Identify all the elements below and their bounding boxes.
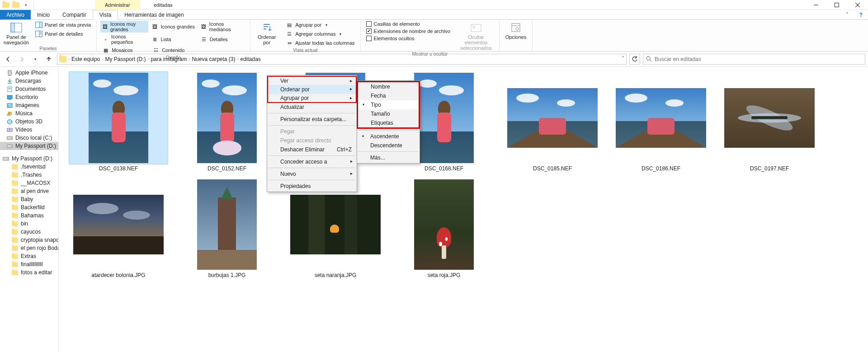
sidebar-folder-bin[interactable]: bin bbox=[0, 220, 58, 228]
refresh-button[interactable] bbox=[629, 54, 640, 65]
sort-option-nombre[interactable]: Nombre bbox=[358, 82, 419, 91]
sidebar-item-im-genes[interactable]: Imágenes bbox=[0, 101, 58, 109]
elementos-ocultos-checkbox[interactable]: Elementos ocultos bbox=[364, 35, 452, 42]
layout-contenido[interactable]: ☷Contenido bbox=[151, 46, 200, 54]
chevron-right-icon[interactable]: › bbox=[237, 57, 239, 61]
file-item[interactable]: seta naranja.JPG bbox=[282, 178, 389, 278]
tab-inicio[interactable]: Inicio bbox=[31, 10, 56, 19]
sidebar-folder-bahamas[interactable]: Bahamas bbox=[0, 211, 58, 220]
tab-archivo[interactable]: Archivo bbox=[0, 10, 31, 19]
sidebar-folder-cryptopia-snapchat[interactable]: cryptopia snapchat bbox=[0, 236, 58, 244]
opciones-button[interactable]: Opciones bbox=[503, 21, 528, 40]
file-item[interactable]: DSC_0186.NEF bbox=[608, 71, 714, 172]
layout-detalles[interactable]: ☰Detalles bbox=[198, 33, 246, 45]
sidebar-folder-cayucos[interactable]: cayucos bbox=[0, 228, 58, 236]
sidebar-folder-backerfild[interactable]: Backerfild bbox=[0, 203, 58, 211]
sidebar-folder-extras[interactable]: Extras bbox=[0, 252, 58, 260]
sort-option-tipo[interactable]: Tipo bbox=[358, 100, 419, 109]
recent-locations-button[interactable]: ▾ bbox=[30, 54, 41, 65]
breadcrumb-bar[interactable]: › Este equipo› My Passport (D:)› para in… bbox=[57, 54, 627, 65]
sidebar-drive-header[interactable]: My Passport (D:) bbox=[0, 155, 58, 163]
tab-compartir[interactable]: Compartir bbox=[56, 10, 93, 19]
sort-option-fecha[interactable]: Fecha bbox=[358, 91, 419, 100]
breadcrumb-item[interactable]: Nueva carpeta (3) bbox=[192, 56, 235, 62]
sidebar-item-my-passport-d-[interactable]: My Passport (D:) bbox=[0, 142, 58, 150]
menu-item-ordenar-por[interactable]: Ordenar por bbox=[267, 85, 357, 94]
close-button[interactable] bbox=[847, 0, 868, 10]
layout-lista[interactable]: ≣Lista bbox=[149, 33, 197, 45]
ribbon-collapse-button[interactable]: ˄ bbox=[840, 10, 854, 19]
breadcrumb-item[interactable]: Este equipo bbox=[71, 56, 100, 62]
agregar-columnas-button[interactable]: ☰Agregar columnas▾ bbox=[284, 30, 356, 38]
sort-option-tamano[interactable]: Tamaño bbox=[358, 109, 419, 118]
sidebar-folder--trashes[interactable]: .Trashes bbox=[0, 171, 58, 179]
menu-item-nuevo[interactable]: Nuevo bbox=[268, 169, 356, 178]
sidebar-item-v-deos[interactable]: Vídeos bbox=[0, 126, 58, 134]
file-item[interactable]: DSC_0138.NEF bbox=[65, 71, 172, 172]
file-list-area[interactable]: Ver Ordenar por Agrupar por Actualizar P… bbox=[59, 67, 868, 352]
up-button[interactable] bbox=[43, 54, 54, 65]
sidebar-folder--macosx[interactable]: __MACOSX bbox=[0, 179, 58, 187]
ocultar-seleccionados-button[interactable]: Ocultar elementos seleccionados bbox=[457, 21, 495, 51]
panel-detalles-button[interactable]: Panel de detalles bbox=[33, 30, 93, 38]
breadcrumb-item[interactable]: editadas bbox=[241, 56, 261, 62]
qat-dropdown-icon[interactable]: ▾ bbox=[22, 1, 30, 9]
casillas-elemento-checkbox[interactable]: Casillas de elemento bbox=[364, 21, 452, 27]
sidebar-folder-fotos-a-editar[interactable]: fotos a editar bbox=[0, 268, 58, 277]
menu-item-actualizar[interactable]: Actualizar bbox=[268, 103, 356, 112]
sort-dir-descendente[interactable]: Descendente bbox=[358, 141, 419, 150]
menu-item-personalizar[interactable]: Personalizar esta carpeta... bbox=[268, 115, 356, 124]
ajustar-columnas-button[interactable]: ⇔Ajustar todas las columnas bbox=[284, 39, 356, 47]
file-item[interactable]: seta roja.JPG bbox=[391, 178, 497, 278]
sidebar-folder-al-pen-drive[interactable]: al pen drive bbox=[0, 187, 58, 195]
maximize-button[interactable] bbox=[826, 0, 847, 10]
search-input[interactable] bbox=[655, 56, 862, 62]
qat-folder-icon[interactable] bbox=[12, 1, 20, 9]
sidebar-folder--fseventsd[interactable]: .fseventsd bbox=[0, 163, 58, 171]
sidebar-item-disco-local-c-[interactable]: Disco local (C:) bbox=[0, 134, 58, 142]
breadcrumb-item[interactable]: My Passport (D:) bbox=[105, 56, 146, 62]
sidebar-item-m-sica[interactable]: Música bbox=[0, 109, 58, 117]
sidebar-item-descargas[interactable]: Descargas bbox=[0, 77, 58, 85]
chevron-right-icon[interactable]: › bbox=[147, 57, 149, 61]
layout-mosaicos[interactable]: ▦Mosaicos bbox=[100, 46, 150, 54]
back-button[interactable] bbox=[3, 54, 14, 65]
tab-herramientas-imagen[interactable]: Herramientas de imagen bbox=[118, 10, 190, 19]
layout-iconos-muy-grandes[interactable]: 🖼Iconos muy grandes bbox=[100, 21, 148, 33]
menu-item-deshacer[interactable]: Deshacer EliminarCtrl+Z bbox=[268, 145, 356, 154]
file-item[interactable]: DSC_0197.NEF bbox=[716, 71, 823, 172]
extensiones-nombre-checkbox[interactable]: Extensiones de nombre de archivo bbox=[364, 28, 452, 34]
menu-item-conceder-acceso[interactable]: Conceder acceso a bbox=[268, 157, 356, 166]
layout-iconos-grandes[interactable]: 🖼Iconos grandes bbox=[149, 21, 197, 33]
menu-item-agrupar-por[interactable]: Agrupar por bbox=[267, 94, 357, 103]
ordenar-por-button[interactable]: Ordenar por bbox=[254, 21, 279, 45]
breadcrumb-item[interactable]: para instagram bbox=[151, 56, 187, 62]
sidebar-item-objetos-3d[interactable]: Objetos 3D bbox=[0, 117, 58, 126]
sort-option-mas[interactable]: Más... bbox=[358, 153, 419, 162]
menu-item-propiedades[interactable]: Propiedades bbox=[268, 182, 356, 191]
sort-dir-ascendente[interactable]: Ascendente bbox=[358, 132, 419, 141]
chevron-right-icon[interactable]: › bbox=[102, 57, 103, 61]
sidebar-item-apple-iphone[interactable]: Apple iPhone bbox=[0, 69, 58, 77]
sidebar-folder-el-pen-rojo-boda[interactable]: el pen rojo Boda bbox=[0, 244, 58, 252]
sidebar-folder-baby[interactable]: Baby bbox=[0, 195, 58, 203]
chevron-right-icon[interactable]: › bbox=[68, 57, 70, 61]
panel-vista-previa-button[interactable]: Panel de vista previa bbox=[33, 21, 93, 29]
sidebar-folder-finalllllllllll[interactable]: finalllllllllll bbox=[0, 260, 58, 268]
panel-navegacion-button[interactable]: Panel de navegación bbox=[4, 21, 29, 45]
navigation-pane[interactable]: Apple iPhoneDescargasDocumentosEscritori… bbox=[0, 67, 59, 352]
layout-iconos-medianos[interactable]: 🖼Iconos medianos bbox=[198, 21, 246, 33]
sort-option-etiquetas[interactable]: Etiquetas bbox=[358, 118, 419, 127]
search-box[interactable] bbox=[643, 54, 865, 65]
breadcrumb-dropdown-button[interactable]: ˅ bbox=[622, 56, 624, 62]
file-item[interactable]: DSC_0152.NEF bbox=[174, 71, 280, 172]
file-item[interactable]: burbujas 1.JPG bbox=[174, 178, 280, 278]
context-tab-manage[interactable]: Administrar bbox=[95, 0, 140, 10]
sidebar-item-escritorio[interactable]: Escritorio bbox=[0, 93, 58, 101]
minimize-button[interactable] bbox=[806, 0, 826, 10]
help-button[interactable]: ? bbox=[854, 10, 868, 19]
file-item[interactable]: atardecer bolonia.JPG bbox=[65, 178, 172, 278]
sidebar-item-documentos[interactable]: Documentos bbox=[0, 85, 58, 93]
chevron-right-icon[interactable]: › bbox=[189, 57, 190, 61]
agrupar-por-button[interactable]: ▤Agrupar por▾ bbox=[284, 21, 356, 29]
